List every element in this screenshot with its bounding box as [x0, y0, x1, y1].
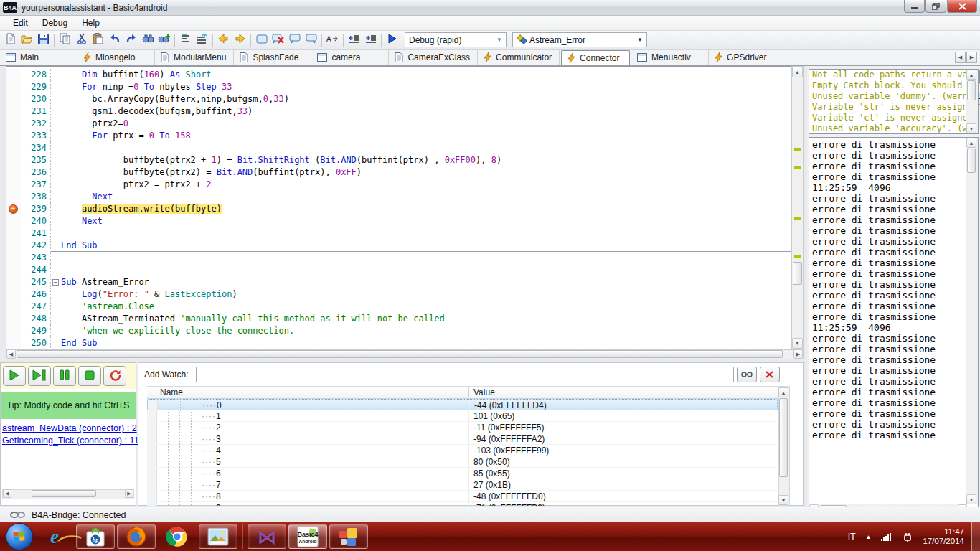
- warnings-scrollbar[interactable]: ▲ ▼: [966, 70, 978, 133]
- code-line[interactable]: 237 ptrx2 = ptrx2 + 2: [6, 179, 804, 191]
- log-scrollbar[interactable]: ▲ ▼: [966, 138, 978, 504]
- breakpoint-margin[interactable]: [6, 130, 21, 142]
- watch-row[interactable]: ····1101 (0x65): [147, 410, 778, 422]
- outdent-button[interactable]: [346, 32, 362, 48]
- tab-connector[interactable]: Connector: [561, 50, 630, 65]
- taskbar-b4a-button[interactable]: Basic4Android: [288, 524, 327, 549]
- code-line[interactable]: 248 AStream_Terminated 'manually call th…: [6, 313, 804, 325]
- scroll-up-arrow[interactable]: ▲: [966, 138, 976, 148]
- new-file-button[interactable]: [2, 32, 19, 48]
- code-line[interactable]: 247 'astream.Close: [6, 301, 804, 313]
- code-line[interactable]: 228 Dim buffint(160) As Short: [6, 69, 804, 81]
- scroll-right-arrow[interactable]: ▶: [793, 349, 803, 359]
- code-line[interactable]: 238 Next: [6, 191, 804, 203]
- taskbar-firefox-button[interactable]: [117, 524, 156, 549]
- compile-run-button[interactable]: [384, 32, 400, 48]
- breakpoint-margin[interactable]: ➜: [6, 203, 21, 215]
- code-line[interactable]: 230 bc.ArrayCopy(Bufferx,ninp,bufgsm,0,3…: [6, 93, 804, 105]
- uncomment-button[interactable]: [303, 32, 319, 48]
- scroll-right-arrow[interactable]: ▶: [125, 489, 133, 498]
- scroll-up-arrow[interactable]: ▲: [778, 387, 788, 397]
- scroll-up-arrow[interactable]: ▲: [792, 67, 803, 77]
- watch-table-header[interactable]: Name Value: [147, 387, 778, 399]
- tab-gpsdriver[interactable]: GPSdriver: [709, 50, 786, 65]
- save-button[interactable]: [35, 32, 52, 48]
- menu-item-edit[interactable]: Edit: [6, 17, 35, 29]
- code-line[interactable]: 244: [6, 264, 804, 276]
- breakpoint-margin[interactable]: [6, 264, 21, 276]
- sort-members-button[interactable]: [194, 32, 210, 48]
- code-editor[interactable]: 228 Dim buffint(160) As Short229 For nin…: [6, 66, 804, 349]
- collapse-icon[interactable]: −: [52, 279, 59, 286]
- breakpoint-margin[interactable]: [6, 118, 21, 130]
- code-line[interactable]: 231 gsm1.decodex(bufgsm,buffint,33): [6, 105, 804, 118]
- menu-item-debug[interactable]: Debug: [35, 17, 75, 29]
- taskbar-chrome-button[interactable]: [158, 524, 197, 549]
- taskbar-ie-button[interactable]: e: [35, 524, 74, 549]
- debug-panel-scrollbar[interactable]: ◀ ▶: [2, 489, 134, 499]
- scroll-down-arrow[interactable]: ▼: [966, 494, 976, 504]
- show-desktop-button[interactable]: [971, 522, 980, 551]
- tab-menuactiv[interactable]: Menuactiv: [631, 50, 709, 65]
- network-signal-icon[interactable]: [881, 532, 892, 541]
- undo-button[interactable]: [106, 32, 123, 48]
- code-line[interactable]: 245−Sub Astream_Error: [6, 276, 804, 288]
- autocomplete-button[interactable]: A: [324, 32, 341, 48]
- code-line[interactable]: 235 buffbyte(ptrx2 + 1) = Bit.ShiftRight…: [6, 154, 804, 166]
- breakpoint-margin[interactable]: [6, 93, 21, 105]
- code-line[interactable]: 250End Sub: [6, 337, 804, 349]
- breakpoint-margin[interactable]: [6, 69, 21, 81]
- code-line[interactable]: 236 buffbyte(ptrx2) = Bit.AND(buffint(pt…: [6, 166, 804, 179]
- tab-scroll-right-button[interactable]: ▶: [966, 52, 977, 63]
- tab-scroll-left-button[interactable]: ◀: [955, 52, 966, 63]
- tab-camera[interactable]: camera: [311, 50, 389, 65]
- breakpoint-margin[interactable]: [6, 81, 21, 93]
- scroll-down-arrow[interactable]: ▼: [966, 123, 976, 133]
- breakpoint-margin[interactable]: [6, 301, 21, 313]
- code-line[interactable]: 234: [6, 142, 804, 154]
- watch-row[interactable]: ····580 (0x50): [147, 456, 778, 468]
- watch-delete-button[interactable]: [760, 367, 780, 382]
- scroll-left-arrow[interactable]: ◀: [6, 349, 16, 359]
- close-button[interactable]: [947, 0, 977, 13]
- editor-horizontal-scrollbar[interactable]: ◀ ▶: [6, 349, 804, 359]
- clock[interactable]: 11:47 17/07/2014: [923, 527, 964, 546]
- language-indicator[interactable]: IT: [848, 532, 856, 542]
- indent-button[interactable]: [362, 32, 379, 48]
- stop-button[interactable]: [78, 366, 101, 386]
- clear-breakpoints-button[interactable]: [270, 32, 286, 48]
- watch-search-button[interactable]: [737, 367, 757, 382]
- watch-row[interactable]: ····9-71 (0xFFFFFFB9): [147, 502, 778, 506]
- breakpoint-margin[interactable]: [6, 142, 21, 154]
- code-line[interactable]: 233 For ptrx = 0 To 158: [6, 130, 804, 142]
- breakpoint-margin[interactable]: [6, 240, 21, 252]
- find-in-project-button[interactable]: [156, 32, 172, 48]
- breakpoint-margin[interactable]: [6, 154, 21, 166]
- cut-button[interactable]: [73, 32, 90, 48]
- add-watch-input[interactable]: [196, 367, 734, 382]
- pause-button[interactable]: [53, 366, 76, 386]
- select-all-module-button[interactable]: [177, 32, 194, 48]
- code-line[interactable]: 229 For ninp =0 To nbytes Step 33: [6, 81, 804, 93]
- start-button[interactable]: [6, 523, 33, 550]
- breakpoint-margin[interactable]: [6, 215, 21, 227]
- breakpoint-margin[interactable]: [6, 179, 21, 191]
- editor-vertical-scrollbar[interactable]: ▲ ▼: [791, 66, 804, 349]
- breakpoint-margin[interactable]: [6, 191, 21, 203]
- taskbar-colorapp-button[interactable]: [329, 524, 368, 549]
- show-hidden-icons-button[interactable]: ▲: [866, 534, 872, 540]
- tab-splashfade[interactable]: SplashFade: [234, 50, 311, 65]
- code-line[interactable]: ➜239 audioStream.write(buffbyte): [6, 203, 804, 215]
- scroll-down-arrow[interactable]: ▼: [778, 495, 788, 505]
- find-button[interactable]: [139, 32, 156, 48]
- column-header-name[interactable]: Name: [160, 387, 183, 397]
- event-selector-dropdown[interactable]: Astream_Error ▼: [512, 32, 647, 47]
- menu-item-help[interactable]: Help: [75, 17, 107, 29]
- code-line[interactable]: 232 ptrx2=0: [6, 118, 804, 130]
- breakpoint-margin[interactable]: [6, 276, 21, 288]
- tab-communicator[interactable]: Communicator: [478, 50, 560, 65]
- breakpoint-margin[interactable]: [6, 288, 21, 301]
- title-bar[interactable]: B4A yourpersonalassistant - Basic4androi…: [0, 0, 980, 16]
- code-line[interactable]: 246 Log("Error: " & LastException): [6, 288, 804, 301]
- navigate-forward-button[interactable]: [232, 32, 248, 48]
